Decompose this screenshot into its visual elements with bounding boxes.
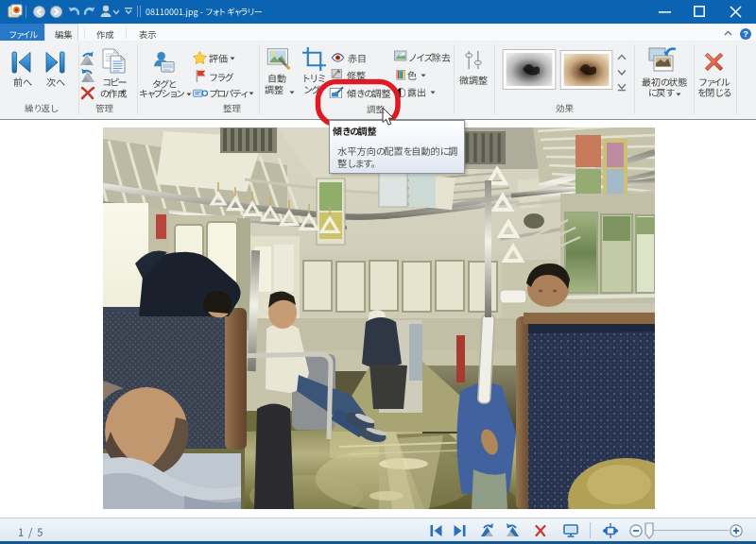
svg-text:?: ? — [743, 29, 748, 39]
